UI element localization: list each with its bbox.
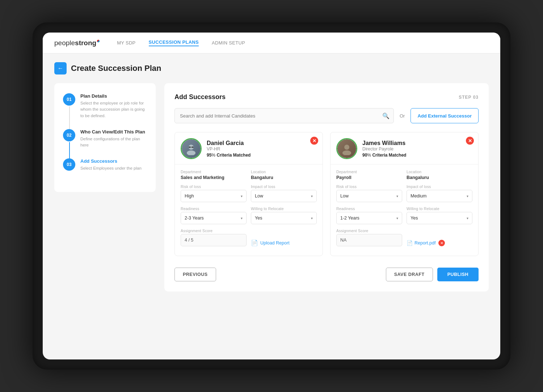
chevron-down-icon: ▾ [396, 194, 398, 198]
assignment-input-daniel[interactable] [181, 234, 247, 246]
nav-succession-plans[interactable]: SUCCESSION PLANS [149, 39, 199, 46]
assignment-james: Assignment Score [336, 229, 402, 246]
step-item-3: 03 Add Successors Select Employees under… [63, 158, 147, 171]
card-name-section-daniel: Daniel Garcia VP-HR 95% Criteria Matched [207, 140, 251, 158]
location-daniel: Location Bangaluru [251, 170, 317, 180]
chevron-down-icon: ▾ [396, 216, 398, 220]
page-header: ← Create Succession Plan [54, 62, 489, 74]
remove-report-james-button[interactable]: ✕ [438, 240, 445, 246]
right-actions: SAVE DRAFT PUBLISH [386, 268, 479, 281]
panel-header: Add Successors STEP 03 [174, 93, 479, 101]
james-match: 90% Criteria Matched [362, 153, 406, 158]
step-desc-1: Select the employee or job role for whom… [80, 100, 147, 119]
avatar-james [336, 138, 357, 159]
previous-button[interactable]: PREVIOUS [174, 268, 216, 281]
daniel-match: 95% Criteria Matched [207, 153, 251, 158]
step-desc-2: Define configurations of the plan here [80, 136, 147, 149]
step-title-2: Who Can View/Edit This Plan [80, 129, 147, 135]
chevron-down-icon: ▾ [467, 216, 468, 220]
nav-bar: peoplestrong MY SDP SUCCESSION PLANS ADM… [43, 33, 500, 54]
main-panel: Add Successors STEP 03 🔍 Or Add External… [164, 83, 489, 291]
remove-daniel-button[interactable]: ✕ [310, 137, 318, 145]
panel-title: Add Successors [174, 93, 226, 101]
impact-daniel: Impact of loss Low ▾ [251, 184, 317, 202]
search-box: 🔍 [174, 108, 394, 123]
card-header-daniel: Daniel Garcia VP-HR 95% Criteria Matched… [175, 132, 323, 165]
nav-links: MY SDP SUCCESSION PLANS ADMIN SETUP [117, 39, 245, 46]
step-label: STEP 03 [459, 95, 479, 100]
svg-rect-3 [191, 146, 194, 148]
page-content: ← Create Succession Plan 01 Plan Details… [43, 54, 500, 359]
relocate-james: Willing to Relocate Yes ▾ [407, 206, 472, 224]
search-row: 🔍 Or Add External Successor [174, 108, 479, 123]
impact-select-james[interactable]: Medium ▾ [407, 190, 472, 202]
card-header-james: James Williams Director Payrole 90% Crit… [331, 132, 478, 165]
cards-grid: Daniel Garcia VP-HR 95% Criteria Matched… [174, 132, 479, 256]
svg-rect-2 [189, 146, 191, 148]
step-info-2: Who Can View/Edit This Plan Define confi… [80, 129, 147, 149]
risk-daniel: Risk of loss High ▾ [181, 184, 247, 202]
step-circle-2: 02 [63, 129, 75, 141]
search-icon: 🔍 [382, 112, 390, 119]
readiness-select-daniel[interactable]: 2-3 Years ▾ [181, 212, 247, 224]
relocate-select-daniel[interactable]: Yes ▾ [251, 212, 317, 224]
nav-my-sdp[interactable]: MY SDP [117, 40, 135, 46]
chevron-down-icon: ▾ [241, 216, 243, 220]
save-draft-button[interactable]: SAVE DRAFT [386, 268, 433, 281]
nav-admin-setup[interactable]: ADMIN SETUP [212, 40, 245, 46]
relocate-daniel: Willing to Relocate Yes ▾ [251, 206, 317, 224]
bottom-actions: PREVIOUS SAVE DRAFT PUBLISH [174, 266, 479, 281]
add-external-successor-button[interactable]: Add External Successor [411, 108, 479, 123]
publish-button[interactable]: PUBLISH [437, 268, 479, 281]
step-info-1: Plan Details Select the employee or job … [80, 93, 147, 119]
chevron-down-icon: ▾ [311, 194, 313, 198]
logo-text: peoplestrong [54, 39, 100, 47]
location-james: Location Bangaluru [407, 170, 472, 180]
chevron-down-icon: ▾ [311, 216, 313, 220]
card-fields-james: Department Payroll Location Bangaluru [331, 165, 478, 256]
risk-select-james[interactable]: Low ▾ [336, 190, 402, 202]
candidate-card-james: James Williams Director Payrole 90% Crit… [330, 132, 479, 256]
svg-point-1 [187, 150, 195, 155]
assignment-daniel: Assignment Score [181, 229, 247, 246]
readiness-james: Readiness 1-2 Years ▾ [336, 206, 402, 224]
james-name: James Williams [362, 140, 406, 146]
page-title: Create Succession Plan [71, 64, 161, 73]
step-title-3: Add Successors [80, 158, 142, 164]
step-item-2: 02 Who Can View/Edit This Plan Define co… [63, 129, 147, 149]
assignment-row-daniel: Assignment Score 📄 Upload Report [181, 229, 317, 246]
readiness-daniel: Readiness 2-3 Years ▾ [181, 206, 247, 224]
search-input[interactable] [174, 108, 394, 123]
svg-point-6 [342, 150, 351, 155]
or-text: Or [400, 113, 405, 119]
svg-point-5 [344, 145, 349, 150]
daniel-name: Daniel Garcia [207, 140, 251, 146]
step-circle-3: 03 [63, 158, 75, 171]
department-james: Department Payroll [336, 170, 402, 180]
impact-james: Impact of loss Medium ▾ [407, 184, 472, 202]
candidate-card-daniel: Daniel Garcia VP-HR 95% Criteria Matched… [174, 132, 323, 256]
card-name-section-james: James Williams Director Payrole 90% Crit… [362, 140, 406, 158]
department-daniel: Department Sales and Marketing [181, 170, 247, 180]
remove-james-button[interactable]: ✕ [466, 137, 474, 145]
upload-report-link-daniel[interactable]: 📄 Upload Report [251, 239, 290, 246]
assignment-input-james[interactable] [336, 234, 402, 246]
risk-impact-row-james: Risk of loss Low ▾ Impact of loss [336, 184, 472, 202]
main-layout: 01 Plan Details Select the employee or j… [54, 83, 489, 291]
report-james: 📄 Report.pdf ✕ [407, 229, 472, 246]
relocate-select-james[interactable]: Yes ▾ [407, 212, 472, 224]
dept-loc-row-james: Department Payroll Location Bangaluru [336, 170, 472, 180]
steps-sidebar: 01 Plan Details Select the employee or j… [54, 83, 156, 192]
file-icon-james: 📄 [407, 240, 413, 246]
step-info-3: Add Successors Select Employees under th… [80, 158, 142, 171]
readiness-relocate-row-daniel: Readiness 2-3 Years ▾ Willing to Relocat… [181, 206, 317, 224]
step-circle-1: 01 [63, 93, 75, 106]
readiness-relocate-row-james: Readiness 1-2 Years ▾ Willing to Relocat… [336, 206, 472, 224]
assignment-row-james: Assignment Score 📄 Report.pdf [336, 229, 472, 246]
back-button[interactable]: ← [54, 62, 67, 74]
risk-select-daniel[interactable]: High ▾ [181, 190, 247, 202]
impact-select-daniel[interactable]: Low ▾ [251, 190, 317, 202]
risk-impact-row-daniel: Risk of loss High ▾ Impact of loss [181, 184, 317, 202]
james-role: Director Payrole [362, 146, 406, 152]
readiness-select-james[interactable]: 1-2 Years ▾ [336, 212, 402, 224]
